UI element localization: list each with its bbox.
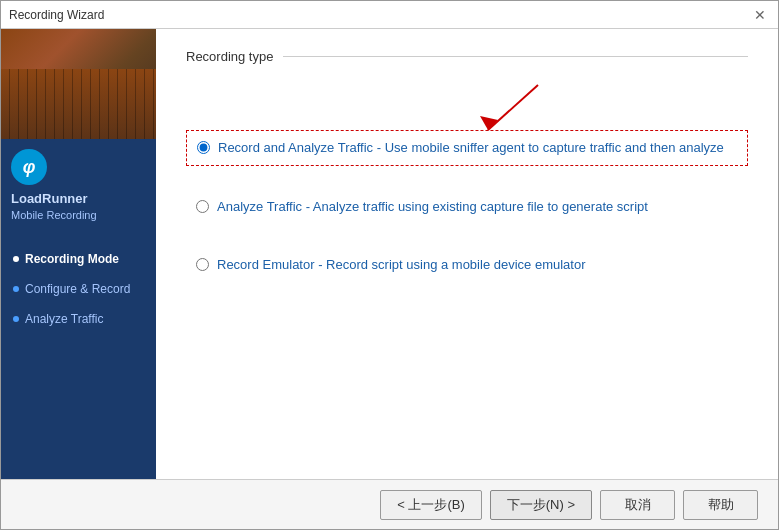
- arrow-annotation: [186, 80, 748, 140]
- sidebar-image: [1, 29, 156, 139]
- help-button[interactable]: 帮助: [683, 490, 758, 520]
- nav-dot-recording-mode: [13, 256, 19, 262]
- roller-coaster-image: [1, 69, 156, 139]
- section-title: Recording type: [186, 49, 748, 64]
- radio-record-analyze[interactable]: [197, 141, 210, 154]
- title-bar-left: Recording Wizard: [9, 8, 104, 22]
- recording-wizard-window: Recording Wizard ✕ φ LoadRunner Mobile R…: [0, 0, 779, 530]
- sidebar-item-recording-mode[interactable]: Recording Mode: [1, 244, 156, 274]
- sidebar-item-analyze-traffic[interactable]: Analyze Traffic: [1, 304, 156, 334]
- option-analyze-traffic-label: Analyze Traffic - Analyze traffic using …: [217, 198, 648, 216]
- radio-analyze-traffic[interactable]: [196, 200, 209, 213]
- nav-dot-analyze-traffic: [13, 316, 19, 322]
- option-record-analyze-label: Record and Analyze Traffic - Use mobile …: [218, 139, 724, 157]
- window-title: Recording Wizard: [9, 8, 104, 22]
- option-analyze-traffic[interactable]: Analyze Traffic - Analyze traffic using …: [186, 190, 748, 224]
- sidebar-item-label-recording-mode: Recording Mode: [25, 252, 119, 266]
- option-record-emulator[interactable]: Record Emulator - Record script using a …: [186, 248, 748, 282]
- footer-bar: < 上一步(B) 下一步(N) > 取消 帮助: [1, 479, 778, 529]
- section-title-text: Recording type: [186, 49, 273, 64]
- nav-dot-configure-record: [13, 286, 19, 292]
- hp-logo-text: φ: [23, 157, 36, 178]
- sidebar-item-configure-record[interactable]: Configure & Record: [1, 274, 156, 304]
- section-title-line: [283, 56, 748, 57]
- red-arrow-icon: [448, 80, 568, 140]
- sidebar-item-label-analyze-traffic: Analyze Traffic: [25, 312, 103, 326]
- cancel-button[interactable]: 取消: [600, 490, 675, 520]
- svg-line-0: [488, 85, 538, 130]
- title-bar: Recording Wizard ✕: [1, 1, 778, 29]
- back-button[interactable]: < 上一步(B): [380, 490, 482, 520]
- content-area: φ LoadRunner Mobile Recording Recording …: [1, 29, 778, 479]
- sidebar: φ LoadRunner Mobile Recording Recording …: [1, 29, 156, 479]
- sidebar-item-label-configure-record: Configure & Record: [25, 282, 130, 296]
- sidebar-brand: LoadRunner: [11, 191, 88, 208]
- radio-record-emulator[interactable]: [196, 258, 209, 271]
- hp-logo: φ: [11, 149, 47, 185]
- sidebar-logo-area: φ LoadRunner Mobile Recording: [1, 139, 156, 232]
- option-record-emulator-label: Record Emulator - Record script using a …: [217, 256, 586, 274]
- sidebar-nav: Recording Mode Configure & Record Analyz…: [1, 244, 156, 479]
- main-content: Recording type Record and Analyze Traffi…: [156, 29, 778, 479]
- sidebar-subbrand: Mobile Recording: [11, 208, 97, 222]
- close-button[interactable]: ✕: [750, 5, 770, 25]
- next-button[interactable]: 下一步(N) >: [490, 490, 592, 520]
